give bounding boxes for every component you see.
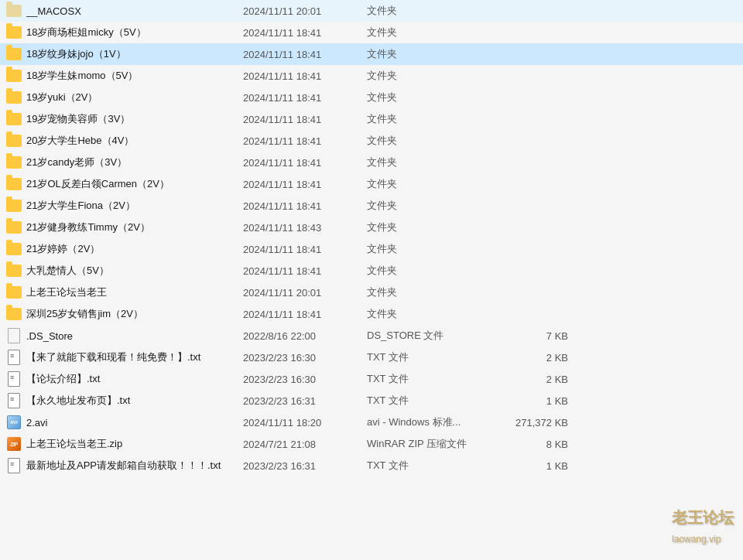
folder-icon bbox=[6, 135, 22, 147]
file-type: avi - Windows 标准... bbox=[367, 415, 491, 429]
file-size: 1 KB bbox=[491, 460, 568, 472]
watermark-url: laowang.vip bbox=[672, 534, 721, 545]
file-name: 深圳25岁女销售jim（2V） bbox=[26, 307, 243, 321]
table-row[interactable]: 【永久地址发布页】.txt2023/2/23 16:31TXT 文件1 KB bbox=[0, 390, 743, 411]
txt-icon bbox=[8, 458, 20, 473]
file-type: 文件夹 bbox=[367, 242, 491, 256]
folder-icon bbox=[6, 178, 22, 190]
file-name: 21岁OL反差白领Carmen（2V） bbox=[26, 177, 243, 191]
file-date: 2024/11/11 18:41 bbox=[243, 265, 367, 277]
file-size: 2 KB bbox=[491, 352, 568, 364]
file-name: 19岁宠物美容师（3V） bbox=[26, 112, 243, 126]
file-type: 文件夹 bbox=[367, 220, 491, 234]
file-type: 文件夹 bbox=[367, 26, 491, 39]
file-date: 2024/11/11 18:41 bbox=[243, 49, 367, 60]
file-name: 21岁candy老师（3V） bbox=[26, 155, 243, 169]
table-row[interactable]: 18岁商场柜姐micky（5V）2024/11/11 18:41文件夹 bbox=[0, 22, 743, 43]
file-type: 文件夹 bbox=[367, 199, 491, 213]
ds-store-icon bbox=[8, 328, 20, 343]
file-type: 文件夹 bbox=[367, 285, 491, 299]
file-size: 8 KB bbox=[491, 439, 568, 450]
file-type: 文件夹 bbox=[367, 4, 491, 18]
file-name: .DS_Store bbox=[26, 330, 243, 342]
folder-icon bbox=[6, 308, 22, 320]
table-row[interactable]: 深圳25岁女销售jim（2V）2024/11/11 18:41文件夹 bbox=[0, 303, 743, 325]
table-row[interactable]: 21岁健身教练Timmy（2V）2024/11/11 18:43文件夹 bbox=[0, 217, 743, 238]
table-row[interactable]: 21岁大学生Fiona（2V）2024/11/11 18:41文件夹 bbox=[0, 195, 743, 217]
table-row[interactable]: 21岁candy老师（3V）2024/11/11 18:41文件夹 bbox=[0, 152, 743, 173]
txt-icon bbox=[8, 350, 20, 365]
table-row[interactable]: 上老王论坛当老王2024/11/11 20:01文件夹 bbox=[0, 282, 743, 303]
watermark: 老王论坛laowang.vip bbox=[672, 507, 734, 546]
file-type: 文件夹 bbox=[367, 177, 491, 191]
table-row[interactable]: ZIP上老王论坛当老王.zip2024/7/21 21:08WinRAR ZIP… bbox=[0, 433, 743, 455]
table-row[interactable]: 18岁学生妹momo（5V）2024/11/11 18:41文件夹 bbox=[0, 65, 743, 87]
file-name: 【来了就能下载和现看！纯免费！】.txt bbox=[26, 350, 243, 364]
file-date: 2024/7/21 21:08 bbox=[243, 439, 367, 450]
file-date: 2024/11/11 18:41 bbox=[243, 135, 367, 147]
folder-icon bbox=[6, 221, 22, 234]
folder-icon bbox=[6, 70, 22, 82]
table-row[interactable]: 18岁纹身妹jojo（1V）2024/11/11 18:41文件夹 bbox=[0, 43, 743, 65]
table-row[interactable]: .DS_Store2022/8/16 22:00DS_STORE 文件7 KB bbox=[0, 325, 743, 347]
file-date: 2024/11/11 18:43 bbox=[243, 222, 367, 234]
folder-icon bbox=[6, 286, 22, 299]
table-row[interactable]: 【来了就能下载和现看！纯免费！】.txt2023/2/23 16:30TXT 文… bbox=[0, 347, 743, 368]
file-list: __MACOSX2024/11/11 20:01文件夹18岁商场柜姐micky（… bbox=[0, 0, 743, 560]
file-name: 18岁纹身妹jojo（1V） bbox=[26, 47, 243, 61]
file-name: 上老王论坛当老王.zip bbox=[26, 437, 243, 451]
table-row[interactable]: 【论坛介绍】.txt2023/2/23 16:30TXT 文件2 KB bbox=[0, 368, 743, 390]
folder-icon bbox=[6, 26, 22, 39]
folder-icon bbox=[6, 156, 22, 169]
table-row[interactable]: 大乳楚情人（5V）2024/11/11 18:41文件夹 bbox=[0, 260, 743, 282]
file-type: TXT 文件 bbox=[367, 459, 491, 473]
file-name: 21岁健身教练Timmy（2V） bbox=[26, 220, 243, 234]
file-name: 最新地址及APP请发邮箱自动获取！！！.txt bbox=[26, 459, 243, 473]
file-date: 2023/2/23 16:31 bbox=[243, 460, 367, 472]
file-size: 7 KB bbox=[491, 330, 568, 342]
file-name: 【永久地址发布页】.txt bbox=[26, 394, 243, 408]
file-type: 文件夹 bbox=[367, 134, 491, 148]
file-name: 21岁大学生Fiona（2V） bbox=[26, 199, 243, 213]
table-row[interactable]: 21岁OL反差白领Carmen（2V）2024/11/11 18:41文件夹 bbox=[0, 173, 743, 195]
file-date: 2024/11/11 18:41 bbox=[243, 114, 367, 125]
file-date: 2024/11/11 18:41 bbox=[243, 157, 367, 169]
file-size: 1 KB bbox=[491, 395, 568, 407]
file-date: 2023/2/23 16:30 bbox=[243, 352, 367, 364]
table-row[interactable]: 20岁大学生Hebe（4V）2024/11/11 18:41文件夹 bbox=[0, 130, 743, 152]
table-row[interactable]: AVI2.avi2024/11/11 18:20avi - Windows 标准… bbox=[0, 411, 743, 433]
file-name: __MACOSX bbox=[26, 5, 243, 17]
table-row[interactable]: 19岁yuki（2V）2024/11/11 18:41文件夹 bbox=[0, 87, 743, 108]
zip-icon: ZIP bbox=[7, 437, 21, 451]
file-date: 2022/8/16 22:00 bbox=[243, 330, 367, 342]
file-type: 文件夹 bbox=[367, 307, 491, 321]
file-name: 21岁婷婷（2V） bbox=[26, 242, 243, 256]
folder-icon bbox=[6, 243, 22, 255]
file-type: 文件夹 bbox=[367, 112, 491, 126]
file-size: 2 KB bbox=[491, 374, 568, 385]
file-date: 2024/11/11 20:01 bbox=[243, 5, 367, 17]
file-name: 19岁yuki（2V） bbox=[26, 90, 243, 104]
table-row[interactable]: 最新地址及APP请发邮箱自动获取！！！.txt2023/2/23 16:31TX… bbox=[0, 455, 743, 476]
file-size: 271,372 KB bbox=[491, 417, 568, 429]
file-date: 2024/11/11 18:41 bbox=[243, 309, 367, 320]
folder-icon bbox=[6, 48, 22, 60]
file-name: 2.avi bbox=[26, 417, 243, 429]
file-name: 20岁大学生Hebe（4V） bbox=[26, 134, 243, 148]
folder-icon bbox=[6, 113, 22, 125]
file-date: 2024/11/11 18:41 bbox=[243, 200, 367, 212]
table-row[interactable]: 19岁宠物美容师（3V）2024/11/11 18:41文件夹 bbox=[0, 108, 743, 130]
file-type: DS_STORE 文件 bbox=[367, 329, 491, 343]
folder-mac-icon bbox=[6, 5, 22, 17]
file-date: 2023/2/23 16:31 bbox=[243, 395, 367, 407]
file-name: 18岁学生妹momo（5V） bbox=[26, 69, 243, 83]
table-row[interactable]: 21岁婷婷（2V）2024/11/11 18:41文件夹 bbox=[0, 238, 743, 260]
file-type: 文件夹 bbox=[367, 264, 491, 278]
file-type: 文件夹 bbox=[367, 69, 491, 83]
file-type: TXT 文件 bbox=[367, 394, 491, 408]
table-row[interactable]: __MACOSX2024/11/11 20:01文件夹 bbox=[0, 0, 743, 22]
file-date: 2024/11/11 18:41 bbox=[243, 70, 367, 82]
file-date: 2024/11/11 18:41 bbox=[243, 244, 367, 255]
file-date: 2024/11/11 18:41 bbox=[243, 179, 367, 190]
file-type: TXT 文件 bbox=[367, 372, 491, 386]
